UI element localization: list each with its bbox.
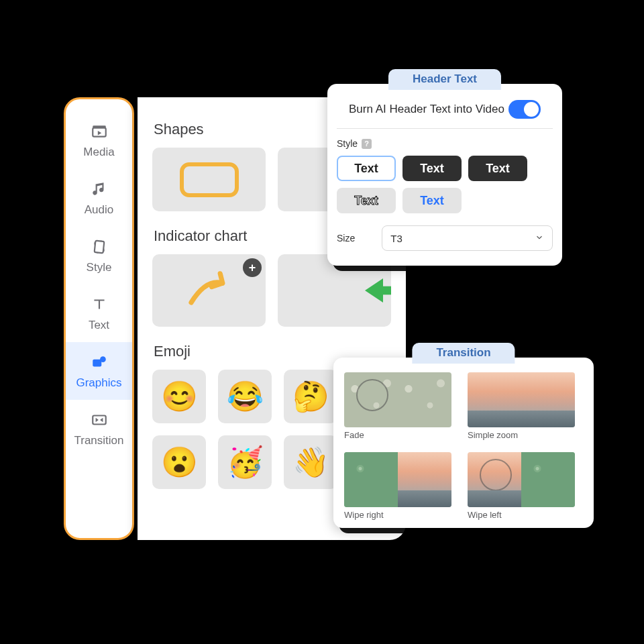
size-select[interactable]: T3: [382, 225, 553, 251]
style-options: Text Text Text Text Text: [337, 156, 553, 213]
svg-marker-2: [97, 131, 101, 136]
sidebar-item-label: Transition: [74, 434, 123, 447]
svg-rect-5: [93, 360, 101, 367]
add-icon[interactable]: +: [243, 258, 262, 277]
transition-caption: Wipe right: [344, 510, 451, 520]
panel-title: Header Text: [388, 69, 501, 90]
emoji-thinking[interactable]: 🤔: [284, 370, 337, 423]
style-label: Style ?: [337, 138, 553, 149]
chevron-down-icon: [535, 233, 544, 244]
sidebar-item-label: Style: [87, 261, 112, 274]
transition-caption: Fade: [344, 430, 451, 440]
sidebar-item-audio[interactable]: Audio: [66, 169, 132, 227]
svg-rect-1: [93, 125, 106, 127]
help-icon[interactable]: ?: [362, 139, 372, 149]
sidebar-item-media[interactable]: Media: [66, 111, 132, 169]
media-icon: [89, 121, 109, 142]
emoji-smile[interactable]: 😊: [152, 370, 206, 423]
burn-toggle-label: Burn AI Header Text into Video: [349, 103, 504, 116]
indicator-arrow-right[interactable]: +: [152, 254, 266, 327]
panel-title: Transition: [412, 343, 515, 364]
text-icon: [89, 294, 109, 315]
style-icon: [89, 237, 109, 257]
transition-thumbnail: [468, 372, 575, 427]
transition-thumbnail: [468, 452, 575, 507]
transition-caption: Simple zoom: [468, 430, 575, 440]
transition-fade[interactable]: Fade: [344, 372, 451, 440]
audio-icon: [89, 179, 109, 199]
svg-point-6: [100, 356, 106, 362]
emoji-wave[interactable]: 👋: [284, 435, 337, 489]
sidebar-item-label: Media: [83, 146, 114, 159]
emoji-party[interactable]: 🥳: [218, 435, 272, 489]
emoji-surprised[interactable]: 😮: [152, 435, 206, 489]
burn-toggle[interactable]: [508, 100, 541, 119]
transition-caption: Wipe left: [468, 510, 575, 520]
sidebar-item-text[interactable]: Text: [66, 284, 132, 342]
style-option-outline[interactable]: Text: [337, 188, 396, 213]
sidebar-item-transition[interactable]: Transition: [66, 400, 132, 458]
svg-rect-4: [94, 241, 104, 254]
transition-panel: Transition Fade Simple zoom Wipe right W…: [333, 358, 594, 528]
svg-rect-8: [380, 286, 392, 295]
emoji-joy[interactable]: 😂: [218, 370, 272, 423]
transition-simple-zoom[interactable]: Simple zoom: [468, 372, 575, 440]
svg-rect-7: [93, 416, 106, 425]
sidebar-item-style[interactable]: Style: [66, 227, 132, 284]
style-option-dark-2[interactable]: Text: [468, 156, 527, 181]
transition-thumbnail: [344, 372, 451, 427]
header-text-panel: Header Text Burn AI Header Text into Vid…: [327, 84, 562, 266]
style-option-plain[interactable]: Text: [337, 156, 396, 181]
sidebar-item-label: Audio: [85, 203, 113, 217]
shape-rounded-rect[interactable]: [152, 148, 266, 211]
sidebar-item-graphics[interactable]: Graphics: [66, 342, 132, 400]
transition-wipe-right[interactable]: Wipe right: [344, 452, 451, 520]
size-value: T3: [390, 233, 402, 244]
transition-icon: [89, 410, 109, 430]
sidebar-item-label: Graphics: [76, 376, 121, 390]
transition-thumbnail: [344, 452, 451, 507]
sidebar: Media Audio Style Text Graphics Transiti…: [64, 97, 134, 540]
style-option-dark-1[interactable]: Text: [402, 156, 462, 181]
graphics-icon: [89, 352, 109, 372]
size-label: Size: [337, 233, 355, 244]
transition-wipe-left[interactable]: Wipe left: [468, 452, 575, 520]
style-option-blue[interactable]: Text: [402, 188, 462, 213]
sidebar-item-label: Text: [89, 319, 109, 332]
